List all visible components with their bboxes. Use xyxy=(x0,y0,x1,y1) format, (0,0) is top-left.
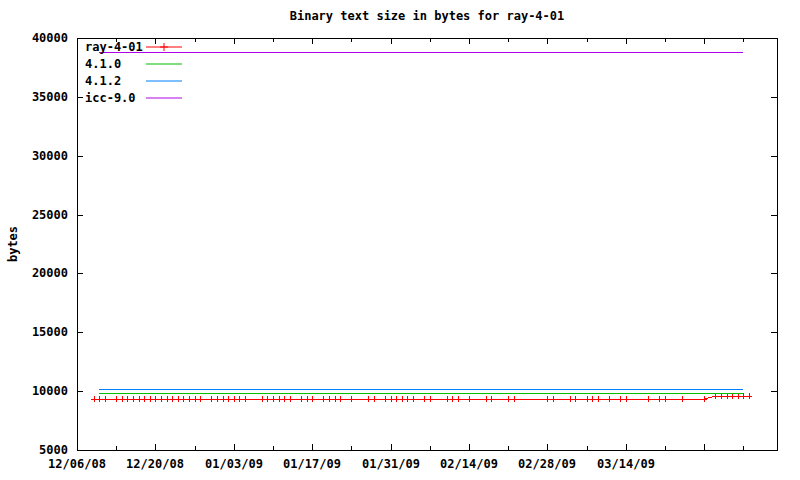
legend-label-icc-9-0: icc-9.0 xyxy=(85,91,145,105)
legend-item-4-1-2: 4.1.2 xyxy=(85,72,183,89)
x-tick-label: 12/20/08 xyxy=(126,457,184,471)
legend-sample-line xyxy=(145,93,183,103)
y-tick-label: 35000 xyxy=(32,90,68,104)
legend-sample-line xyxy=(145,76,183,86)
x-tick-label: 02/14/09 xyxy=(440,457,498,471)
legend-label-4-1-2: 4.1.2 xyxy=(85,74,145,88)
x-tick-label: 03/14/09 xyxy=(597,457,655,471)
y-tick-label: 25000 xyxy=(32,208,68,222)
series-markers-ray-4-01 xyxy=(91,393,752,402)
y-tick-label: 30000 xyxy=(32,149,68,163)
legend-sample-4-1-0 xyxy=(145,59,183,69)
legend-sample-icc-9-0 xyxy=(145,93,183,103)
chart: Binary text size in bytes for ray-4-01 b… xyxy=(0,0,800,480)
legend-item-icc-9-0: icc-9.0 xyxy=(85,89,183,106)
y-tick-label: 15000 xyxy=(32,325,68,339)
legend: ray-4-01 4.1.0 4.1.2 icc-9.0 xyxy=(85,38,183,106)
x-tick-label: 02/28/09 xyxy=(518,457,576,471)
y-tick-label: 20000 xyxy=(32,266,68,280)
legend-sample-line xyxy=(145,42,183,52)
legend-label-ray-4-01: ray-4-01 xyxy=(85,40,145,54)
legend-item-4-1-0: 4.1.0 xyxy=(85,55,183,72)
legend-label-4-1-0: 4.1.0 xyxy=(85,57,145,71)
legend-sample-line xyxy=(145,59,183,69)
y-tick-label: 10000 xyxy=(32,384,68,398)
x-tick-label: 01/03/09 xyxy=(205,457,263,471)
x-tick-label: 12/06/08 xyxy=(48,457,106,471)
legend-item-ray-4-01: ray-4-01 xyxy=(85,38,183,55)
x-tick-label: 01/17/09 xyxy=(283,457,341,471)
legend-sample-4-1-2 xyxy=(145,76,183,86)
legend-sample-ray-4-01 xyxy=(145,42,183,52)
y-tick-label: 5000 xyxy=(39,443,68,457)
y-tick-label: 40000 xyxy=(32,31,68,45)
x-tick-label: 01/31/09 xyxy=(362,457,420,471)
